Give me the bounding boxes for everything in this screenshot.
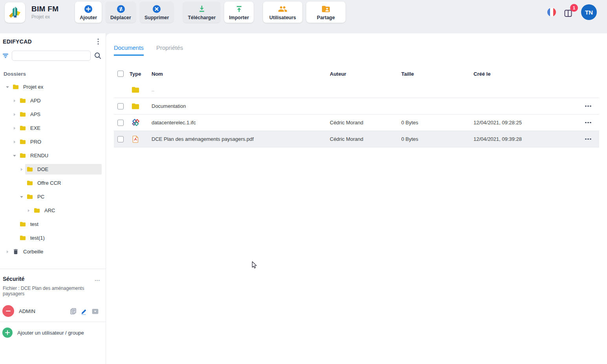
toolbar-button-partage[interactable]: Partage — [306, 2, 346, 23]
toolbar-button-importer[interactable]: Importer — [224, 2, 254, 23]
security-entries: ADMIN — [2, 304, 102, 318]
edit-icon[interactable] — [80, 307, 88, 315]
row-created: 12/04/2021, 09:39:28 — [474, 136, 577, 142]
add-user-group-button[interactable]: Ajouter un utilisateur / groupe — [2, 328, 102, 338]
row-checkbox[interactable] — [117, 120, 124, 126]
dropdown-icon[interactable] — [91, 307, 99, 315]
folder-icon — [19, 138, 27, 145]
tree-item-pc[interactable]: PC — [2, 190, 102, 204]
column-header-created: Créé le — [474, 71, 577, 77]
app-logo[interactable] — [5, 2, 25, 23]
tree-item-label: EXE — [30, 125, 40, 131]
row-checkbox-cell — [114, 120, 130, 126]
row-created: 12/04/2021, 09:28:25 — [474, 120, 577, 126]
tree-item-apd[interactable]: APD — [2, 94, 102, 107]
header-right: 1 TN — [547, 4, 602, 20]
row-actions-menu-icon[interactable] — [584, 103, 592, 109]
tab-proprietes[interactable]: Propriétés — [156, 41, 183, 56]
tree-item-test[interactable]: test — [2, 217, 102, 231]
search-input[interactable] — [12, 51, 91, 61]
table-row[interactable]: datacenterelec.1.ifcCédric Morand0 Bytes… — [114, 115, 599, 131]
upload-icon — [234, 4, 244, 14]
caret-down-icon[interactable] — [4, 85, 11, 89]
caret-right-icon[interactable] — [11, 140, 18, 144]
tree-item-label: test — [30, 221, 38, 227]
caret-right-icon[interactable] — [4, 250, 11, 254]
row-name: Documentation — [152, 103, 330, 109]
user-avatar[interactable]: TN — [581, 4, 597, 20]
toolbar-button-telecharger[interactable]: Télécharger — [183, 2, 220, 23]
table-body: ..Documentationdatacenterelec.1.ifcCédri… — [114, 82, 599, 147]
tree-item-label: Offre CCR — [37, 180, 61, 186]
row-actions-cell — [577, 136, 599, 142]
copy-icon[interactable] — [69, 307, 77, 315]
select-all-checkbox[interactable] — [117, 71, 124, 77]
column-header-size: Taille — [401, 71, 474, 77]
tree-item-inner: RENDU — [18, 150, 102, 161]
tree-item-label: APS — [30, 111, 40, 117]
folder-icon — [12, 84, 20, 90]
caret-right-icon[interactable] — [18, 167, 25, 171]
toolbar-button-ajouter[interactable]: Ajouter — [75, 2, 102, 23]
row-actions-cell — [577, 103, 599, 109]
plus-icon — [2, 328, 13, 338]
table-header-row: Type Nom Auteur Taille Créé le — [114, 66, 599, 82]
toolbar-button-deplacer[interactable]: Déplacer — [106, 2, 136, 23]
toolbar-button-label: Ajouter — [80, 15, 97, 20]
language-flag-icon[interactable] — [547, 8, 556, 16]
app-subtitle: Projet ex — [31, 14, 59, 20]
caret-right-icon[interactable] — [11, 126, 18, 130]
tree-item-rendu[interactable]: RENDU — [2, 149, 102, 162]
tree-item-test-1-[interactable]: test(1) — [2, 231, 102, 245]
toolbar-button-supprimer[interactable]: Supprimer — [140, 2, 174, 23]
column-header-name: Nom — [152, 71, 330, 77]
tree-item-offre-ccr[interactable]: Offre CCR — [2, 176, 102, 190]
tree-item-arc[interactable]: ARC — [2, 204, 102, 217]
security-section: Sécurité ... Fichier : DCE Plan des amén… — [2, 269, 102, 338]
remove-permission-icon[interactable] — [2, 305, 14, 317]
tree-item-inner: Corbeille — [11, 246, 102, 257]
tab-documents[interactable]: Documents — [114, 41, 144, 56]
tree-item-doe[interactable]: DOE — [2, 162, 102, 176]
search-icon[interactable] — [94, 52, 102, 60]
tree-item-label: test(1) — [30, 235, 45, 241]
caret-down-icon[interactable] — [11, 154, 18, 158]
caret-down-icon[interactable] — [18, 195, 25, 199]
row-checkbox[interactable] — [117, 136, 124, 142]
row-name: DCE Plan des aménagements paysagers.pdf — [152, 136, 330, 142]
tree-item-pro[interactable]: PRO — [2, 135, 102, 149]
tree-item-exe[interactable]: EXE — [2, 121, 102, 135]
row-author: Cédric Morand — [330, 136, 401, 142]
sidebar-menu-button[interactable] — [95, 38, 102, 45]
tree-item-label: APD — [30, 98, 41, 104]
tree-item-inner: Projet ex — [11, 82, 102, 92]
sidebar-search-row — [2, 51, 102, 61]
row-checkbox[interactable] — [117, 103, 124, 109]
edifycad-logo-icon — [7, 5, 23, 20]
caret-right-icon[interactable] — [11, 113, 18, 116]
row-actions-menu-icon[interactable] — [584, 136, 592, 142]
table-row[interactable]: Documentation — [114, 98, 599, 115]
caret-right-icon[interactable] — [25, 209, 32, 213]
table-row[interactable]: .. — [114, 82, 599, 98]
notifications-panel-button[interactable]: 1 — [563, 7, 574, 17]
toolbar-button-label: Télécharger — [188, 15, 216, 20]
folder-icon — [26, 180, 34, 186]
tree-item-aps[interactable]: APS — [2, 107, 102, 121]
folder-icon — [26, 193, 34, 200]
row-author: Cédric Morand — [330, 120, 401, 126]
toolbar-button-utilisateurs[interactable]: Utilisateurs — [263, 2, 302, 23]
toolbar-button-label: Supprimer — [144, 15, 169, 20]
table-row[interactable]: DCE Plan des aménagements paysagers.pdfC… — [114, 131, 599, 147]
caret-right-icon[interactable] — [11, 99, 18, 103]
tree-item-corbeille[interactable]: Corbeille — [2, 245, 102, 258]
app-title: BIM FM — [31, 5, 59, 13]
tree-item-projet-ex[interactable]: Projet ex — [2, 80, 102, 94]
row-actions-menu-icon[interactable] — [584, 120, 592, 126]
row-type-cell — [130, 102, 152, 111]
filter-icon[interactable] — [2, 53, 9, 58]
share-folder-icon — [321, 4, 331, 14]
folder-icon — [19, 221, 27, 228]
folder-icon — [131, 86, 140, 94]
security-more-button[interactable]: ... — [95, 276, 100, 282]
